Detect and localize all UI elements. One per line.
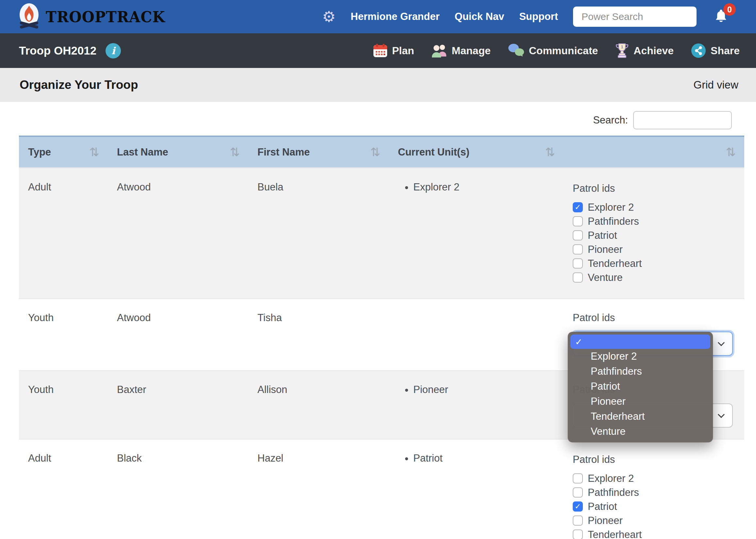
people-icon [431,43,448,58]
troop-name: Troop OH2012 [19,44,96,57]
patrol-checkbox-row: Pioneer [573,244,738,255]
cell-last-name: Atwood [108,168,248,299]
cell-patrol-ids: Patrol ids Explorer 2 Pathfinders ✓ Patr… [564,439,744,539]
cell-first-name: Tisha [248,299,389,370]
troop-navbar: Troop OH2012 i P [0,33,756,68]
patrol-checkbox-row: Tenderheart [573,259,738,269]
speech-bubbles-icon [508,43,525,58]
settings-gear-icon[interactable]: ⚙ [322,9,336,24]
cell-last-name: Baxter [108,371,248,439]
checkbox-checked[interactable]: ✓ [573,202,583,212]
trophy-icon: 1 [615,43,629,58]
cell-first-name: Allison [248,371,389,439]
cell-last-name: Black [108,439,248,539]
table-search-input[interactable] [633,111,732,129]
sort-icon: ⇅ [90,145,99,159]
user-menu-link[interactable]: Hermione Grander [350,11,439,23]
patrol-ids-label: Patrol ids [573,183,738,194]
patrol-checkbox-row: Pathfinders [573,216,738,226]
checkbox-unchecked[interactable] [573,230,583,240]
quick-nav-link[interactable]: Quick Nav [455,11,504,23]
app-screen: TROOPTRACK ⚙ Hermione Grander Quick Nav … [0,0,756,539]
campfire-icon [19,3,39,31]
menu-manage[interactable]: Manage [431,43,491,58]
dropdown-option[interactable]: Venture [568,424,713,439]
checkbox-unchecked[interactable] [573,259,583,269]
patrol-checkbox-row: ✓ Patriot [573,501,738,511]
cell-first-name: Hazel [248,439,389,539]
patrol-checkbox-row: Patriot [573,230,738,240]
support-link[interactable]: Support [519,11,558,23]
chevron-down-icon [718,339,724,346]
patrol-checkbox-row: Venture [573,272,738,282]
top-navbar: TROOPTRACK ⚙ Hermione Grander Quick Nav … [0,0,756,33]
checkbox-unchecked[interactable] [573,216,583,226]
patrol-checkbox-row: ✓ Explorer 2 [573,202,738,212]
checkbox-unchecked[interactable] [573,487,583,498]
menu-communicate-label: Communicate [529,45,598,57]
cell-current-units: Pioneer [389,371,564,439]
page-title: Organize Your Troop [20,78,138,92]
dropdown-option[interactable]: Tenderheart [568,409,713,424]
dropdown-option[interactable]: Explorer 2 [568,349,713,364]
table-row: Adult Black Hazel Patriot Patrol ids Exp… [19,439,744,539]
cell-current-units: Explorer 2 [389,168,564,299]
page-header-bar: Organize Your Troop Grid view [0,68,756,102]
checkbox-unchecked[interactable] [573,473,583,484]
sort-icon: ⇅ [370,145,380,159]
calendar-icon [373,43,388,58]
menu-achieve[interactable]: 1 Achieve [615,43,674,58]
check-icon: ✓ [575,503,581,510]
share-icon [691,43,706,58]
cell-type: Youth [19,371,108,439]
menu-achieve-label: Achieve [634,45,674,57]
menu-plan-label: Plan [392,45,414,57]
header-last-name[interactable]: Last Name ⇅ [108,145,248,159]
patrol-checkbox-row: Explorer 2 [573,473,738,484]
patrol-checkbox-row: Pathfinders [573,487,738,498]
checkbox-unchecked[interactable] [573,244,583,255]
cell-first-name: Buela [248,168,389,299]
notification-count-badge: 0 [723,3,736,16]
table-header-row: Type ⇅ Last Name ⇅ First Name ⇅ Current … [19,135,744,168]
menu-manage-label: Manage [452,45,491,57]
sort-icon: ⇅ [726,145,736,159]
check-icon: ✓ [575,203,581,211]
dropdown-option[interactable]: Pioneer [568,394,713,409]
table-search: Search: [593,111,732,129]
checkbox-checked[interactable]: ✓ [573,501,583,511]
brand-name: TROOPTRACK [46,8,165,26]
notifications-button[interactable]: 0 [714,9,728,25]
svg-text:1: 1 [621,44,623,49]
cell-current-units [389,299,564,370]
dropdown-option[interactable]: Pathfinders [568,364,713,379]
header-patrol-ids[interactable]: ⇅ [564,145,744,159]
cell-patrol-ids: Patrol ids ✓ Explorer 2 Pathfinders Patr… [564,168,744,299]
header-type[interactable]: Type ⇅ [19,145,108,159]
chevron-down-icon [718,411,724,418]
power-search-input[interactable] [573,7,697,27]
patrol-checkbox-row: Tenderheart [573,529,738,539]
dropdown-option[interactable]: Patriot [568,379,713,394]
trooptrack-logo[interactable]: TROOPTRACK [19,3,165,31]
header-first-name[interactable]: First Name ⇅ [248,145,389,159]
grid-view-toggle[interactable]: Grid view [693,79,738,91]
checkbox-unchecked[interactable] [573,515,583,526]
dropdown-option-selected[interactable]: ✓ [570,335,710,349]
header-current-units[interactable]: Current Unit(s) ⇅ [389,145,564,159]
table-row: Adult Atwood Buela Explorer 2 Patrol ids… [19,168,744,299]
troop-menu: Plan Manage Communicate [373,43,740,58]
patrol-ids-label: Patrol ids [573,454,738,466]
menu-plan[interactable]: Plan [373,43,414,58]
menu-communicate[interactable]: Communicate [508,43,598,58]
checkbox-unchecked[interactable] [573,529,583,539]
cell-type: Adult [19,439,108,539]
menu-share[interactable]: Share [691,43,740,58]
info-icon: i [112,45,115,56]
checkbox-unchecked[interactable] [573,272,583,282]
patrol-select-dropdown: ✓ Explorer 2 Pathfinders Patriot Pioneer… [568,332,713,442]
troop-info-button[interactable]: i [106,43,121,58]
cell-type: Adult [19,168,108,299]
search-label: Search: [593,114,628,126]
sort-icon: ⇅ [545,145,555,159]
